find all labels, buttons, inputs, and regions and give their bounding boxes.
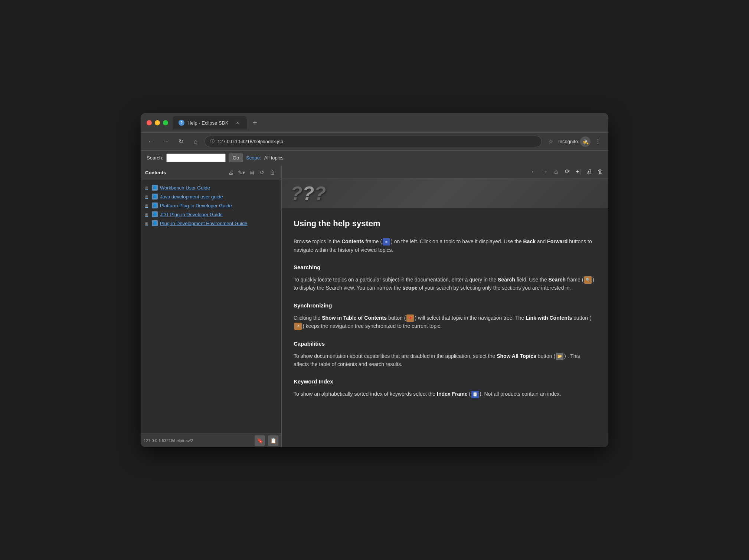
title-bar: ? Help - Eclipse SDK × + bbox=[141, 113, 608, 132]
question-mark-1: ? bbox=[291, 182, 302, 204]
search-input[interactable] bbox=[166, 154, 226, 162]
browser-window: ? Help - Eclipse SDK × + ← → ↻ ⌂ ⓘ 127.0… bbox=[141, 113, 608, 447]
tree-item-label: JDT Plug-in Developer Guide bbox=[160, 212, 223, 217]
sidebar-footer: 127.0.0.1:53218/help/nav/2 🔖 📋 bbox=[141, 434, 281, 447]
tree-item-platform[interactable]: ⊞ 📘 Platform Plug-in Developer Guide bbox=[142, 201, 280, 210]
content-bookmark-button[interactable]: +| bbox=[573, 167, 583, 177]
tree-book-icon: 📘 bbox=[152, 202, 158, 208]
help-page-title: Using the help system bbox=[294, 217, 596, 230]
tree-item-plugin[interactable]: ⊞ 📘 Plug-in Development Environment Guid… bbox=[142, 219, 280, 228]
lock-icon: ⓘ bbox=[210, 138, 215, 145]
capabilities-heading: Capabilities bbox=[294, 339, 596, 348]
incognito-icon: 🕵 bbox=[580, 136, 591, 147]
url-host: 127.0.0.1:53218 bbox=[217, 139, 252, 144]
maximize-button[interactable] bbox=[163, 120, 168, 125]
search-go-button[interactable]: Go bbox=[229, 154, 243, 162]
search-label: Search: bbox=[147, 155, 163, 161]
sidebar: Contents 🖨 ✎▾ ▤ ↺ 🗑 ⊞ 📘 Workbench User G… bbox=[141, 165, 282, 447]
forward-button[interactable]: → bbox=[160, 136, 172, 148]
capabilities-paragraph: To show documentation about capabilities… bbox=[294, 352, 596, 369]
tree-item-jdt[interactable]: ⊞ 📘 JDT Plug-in Developer Guide bbox=[142, 210, 280, 219]
tree-expand-icon: ⊞ bbox=[145, 213, 150, 217]
tree-book-icon: 📘 bbox=[152, 194, 158, 200]
sidebar-tools: 🖨 ✎▾ ▤ ↺ 🗑 bbox=[226, 168, 277, 177]
content-sync-button[interactable]: ⟳ bbox=[562, 167, 572, 177]
back-button[interactable]: ← bbox=[145, 136, 157, 148]
tree-expand-icon: ⊞ bbox=[145, 195, 150, 199]
tree-book-icon: 📘 bbox=[152, 211, 158, 217]
keyword-index-heading: Keyword Index bbox=[294, 377, 596, 386]
nav-bar: ← → ↻ ⌂ ⓘ 127.0.0.1:53218/help/index.jsp… bbox=[141, 132, 608, 150]
tree-item-label: Platform Plug-in Developer Guide bbox=[160, 203, 232, 208]
footer-url: 127.0.0.1:53218/help/nav/2 bbox=[144, 438, 193, 443]
question-mark-2: ? bbox=[302, 182, 314, 204]
url-text: 127.0.0.1:53218/help/index.jsp bbox=[217, 139, 283, 144]
minimize-button[interactable] bbox=[155, 120, 160, 125]
link-tool-button[interactable]: ↺ bbox=[258, 168, 266, 177]
synchronizing-heading: Synchronizing bbox=[294, 301, 596, 310]
url-path: /help/index.jsp bbox=[252, 139, 283, 144]
home-button[interactable]: ⌂ bbox=[190, 136, 202, 148]
question-mark-3: ? bbox=[314, 182, 326, 204]
content-pane: ← → ⌂ ⟳ +| 🖨 🗑 ? ? ? Using the help s bbox=[282, 165, 608, 447]
incognito-badge: Incognito 🕵 bbox=[558, 136, 591, 147]
searching-heading: Searching bbox=[294, 263, 596, 272]
incognito-label: Incognito bbox=[558, 139, 578, 144]
tree-item-label: Plug-in Development Environment Guide bbox=[160, 221, 248, 226]
scope-value: All topics bbox=[264, 155, 284, 161]
tab-bar: ? Help - Eclipse SDK × + bbox=[173, 116, 602, 129]
bookmark-button[interactable]: ☆ bbox=[545, 136, 557, 148]
content-print-button[interactable]: 🖨 bbox=[585, 167, 594, 177]
searching-paragraph: To quickly locate topics on a particular… bbox=[294, 276, 596, 292]
help-content-area: Using the help system Browse topics in t… bbox=[282, 208, 608, 412]
active-tab[interactable]: ? Help - Eclipse SDK × bbox=[173, 116, 247, 129]
tree-expand-icon: ⊞ bbox=[145, 204, 150, 208]
help-banner-icons: ? ? ? bbox=[291, 182, 326, 204]
sidebar-header: Contents 🖨 ✎▾ ▤ ↺ 🗑 bbox=[141, 165, 281, 180]
content-body: ? ? ? Using the help system Browse topic… bbox=[282, 178, 608, 447]
content-back-button[interactable]: ← bbox=[529, 167, 539, 177]
synchronizing-paragraph: Clicking the Show in Table of Contents b… bbox=[294, 314, 596, 330]
tree-book-icon: 📘 bbox=[152, 220, 158, 226]
contents-frame-icon: ≡ bbox=[383, 238, 390, 246]
content-forward-button[interactable]: → bbox=[540, 167, 550, 177]
tree-item-label: Java development user guide bbox=[160, 194, 223, 200]
tree-book-icon: 📘 bbox=[152, 185, 158, 191]
search-frame-icon: 🔍 bbox=[584, 276, 592, 284]
show-toc-icon: 📌 bbox=[406, 314, 414, 322]
tree-item-label: Workbench User Guide bbox=[160, 185, 210, 191]
footer-icon-2[interactable]: 📋 bbox=[268, 435, 278, 446]
sidebar-tree: ⊞ 📘 Workbench User Guide ⊞ 📘 Java develo… bbox=[141, 180, 281, 434]
link-contents-icon: ↺ bbox=[294, 323, 302, 330]
content-home-button[interactable]: ⌂ bbox=[551, 167, 561, 177]
tree-item-java[interactable]: ⊞ 📘 Java development user guide bbox=[142, 192, 280, 201]
help-banner: ? ? ? bbox=[282, 178, 608, 208]
keyword-index-paragraph: To show an alphabetically sorted index o… bbox=[294, 390, 596, 398]
tab-favicon: ? bbox=[179, 120, 184, 126]
sync-tool-button[interactable]: ✎▾ bbox=[237, 168, 246, 177]
print-tool-button[interactable]: 🖨 bbox=[226, 168, 235, 177]
intro-paragraph: Browse topics in the Contents frame (≡) … bbox=[294, 237, 596, 254]
show-all-topics-icon: 📂 bbox=[556, 353, 563, 360]
menu-button[interactable]: ⋮ bbox=[592, 136, 604, 148]
content-toolbar: ← → ⌂ ⟳ +| 🖨 🗑 bbox=[282, 165, 608, 178]
bookmark-tool-button[interactable]: ▤ bbox=[247, 168, 256, 177]
search-bar: Search: Go Scope: All topics bbox=[141, 150, 608, 165]
scope-link[interactable]: Scope: bbox=[246, 155, 261, 161]
footer-icon-1[interactable]: 🔖 bbox=[255, 435, 265, 446]
reload-button[interactable]: ↻ bbox=[175, 136, 187, 148]
nav-actions: ☆ Incognito 🕵 ⋮ bbox=[545, 136, 604, 148]
traffic-lights bbox=[147, 120, 168, 125]
tab-label: Help - Eclipse SDK bbox=[187, 120, 229, 126]
sidebar-title: Contents bbox=[145, 170, 166, 175]
footer-icons: 🔖 📋 bbox=[255, 435, 278, 446]
tree-item-workbench[interactable]: ⊞ 📘 Workbench User Guide bbox=[142, 183, 280, 192]
main-content: Contents 🖨 ✎▾ ▤ ↺ 🗑 ⊞ 📘 Workbench User G… bbox=[141, 165, 608, 447]
content-delete-button[interactable]: 🗑 bbox=[596, 167, 605, 177]
new-tab-button[interactable]: + bbox=[250, 118, 260, 128]
delete-tool-button[interactable]: 🗑 bbox=[268, 168, 277, 177]
tab-close-button[interactable]: × bbox=[234, 119, 241, 126]
address-bar[interactable]: ⓘ 127.0.0.1:53218/help/index.jsp bbox=[205, 136, 542, 147]
close-button[interactable] bbox=[147, 120, 152, 125]
tree-expand-icon: ⊞ bbox=[145, 221, 150, 225]
